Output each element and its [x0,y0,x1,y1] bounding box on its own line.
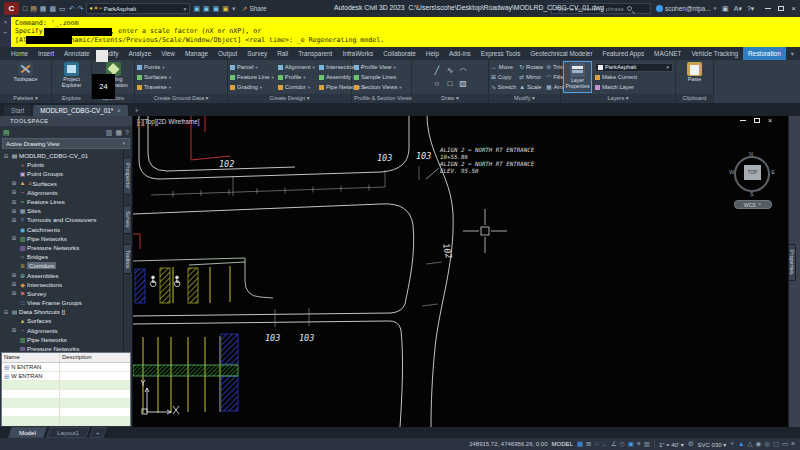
panel-label[interactable]: Modify ▾ [489,94,560,103]
ribbon-item-parcel[interactable]: Parcel▾ [230,62,274,72]
tree-item-data-shortcuts-[interactable]: ⊟▤Data Shortcuts [] [2,307,123,316]
tree-item-modlrd-cdbg-cv-01[interactable]: ⊟▤MODLRD_CDBG-CV_01 [2,151,123,160]
tree-item-corridors[interactable]: ≋Corridors [2,261,123,270]
line-icon[interactable]: ╱ [431,64,444,77]
ribbon-item-section-views[interactable]: Section Views▾ [354,82,409,92]
tree-item-alignments[interactable]: ⊞~Alignments [2,326,123,335]
undo-icon[interactable]: ↶ [69,5,75,12]
ribbon-item-mirror[interactable]: ⇄Mirror [519,72,543,82]
snap-icon[interactable]: ⊞ [586,441,591,448]
active-drawing-icon[interactable]: ▤ [3,129,10,136]
tab-start[interactable]: Start [4,105,31,116]
graphics-icon[interactable]: ◎ [764,441,770,448]
doc-restore-button[interactable] [754,118,760,123]
wcs-menu[interactable]: WCS▼ [734,200,772,209]
tree-item-feature-lines[interactable]: ⊞≈Feature Lines [2,197,123,206]
tab-model[interactable]: Model [8,427,46,438]
prospector-tree[interactable]: ⊟▤MODLRD_CDBG-CV_01+Points▣Point Groups⊞… [0,149,123,351]
panel-label[interactable]: Draw ▾ [412,94,488,103]
layer-on-icon[interactable]: ● [89,6,92,12]
ribbon-overflow-menu[interactable]: ▾ [786,47,799,60]
osnap-icon[interactable]: ▣ [628,441,634,448]
ribbon-tab-magnet[interactable]: MAGNET [649,47,686,60]
ribbon-item-alignment[interactable]: Alignment▾ [278,62,315,72]
tree-expander[interactable]: ⊟ [2,309,10,315]
tree-expander[interactable]: ⊟ [2,153,10,159]
add-toggle-icon[interactable]: + [730,441,734,448]
tree-item-assemblies[interactable]: ⊞⊕Assemblies [2,270,123,279]
tree-expander[interactable]: ⊞ [10,208,18,214]
project-explorer-button[interactable]: Project Explorer [57,61,87,93]
app-menu-button[interactable]: C [4,2,19,15]
viewcube-west[interactable]: W [729,169,734,175]
workspace-label[interactable]: SVC 030 ▾ [698,441,727,448]
close-button[interactable]: × [791,4,796,13]
app-store-icon[interactable]: ▣ [722,5,729,12]
save-icon[interactable]: ▦ [40,5,47,12]
ortho-icon[interactable]: ∟ [602,441,608,448]
layer-lock-icon[interactable]: ▪ [100,6,102,12]
tree-expander[interactable]: ⊞ [10,189,18,195]
ribbon-item-surfaces[interactable]: Surfaces▾ [137,72,225,82]
ribbon-item-match-layer[interactable]: Match Layer [595,82,673,92]
list-row[interactable]: ▤W ENTRAN [2,372,130,381]
units-icon[interactable]: ◉ [756,441,762,448]
layer-properties-button[interactable]: Layer Properties [563,61,592,93]
qat-layer-combo[interactable]: ●☀▪ ParkAsphalt ▼ [86,3,190,14]
ribbon-tab-restoration[interactable]: Restoration [743,47,786,60]
viewcube[interactable]: N W E S TOP [730,152,774,196]
ribbon-tab-infraworks[interactable]: InfraWorks [337,47,378,60]
save-as-icon[interactable]: ▩ [49,5,56,12]
panel-label[interactable]: Create Design ▾ [228,94,351,103]
tree-expander[interactable]: ⊞ [10,235,18,241]
clean-screen-icon[interactable]: ▭ [782,441,788,448]
tree-item-sites[interactable]: ⊞▦Sites [2,206,123,215]
command-close-icon[interactable]: × [4,19,8,25]
tree-item-catchments[interactable]: ◉Catchments [2,225,123,234]
ribbon-item-profile[interactable]: Profile▾ [278,72,315,82]
customization-icon[interactable]: ≡ [791,441,795,448]
ribbon-tab-featured-apps[interactable]: Featured Apps [598,47,650,60]
grid-icon[interactable]: ▦ [577,441,583,448]
ribbon-tab-help[interactable]: Help [421,47,444,60]
ribbon-tab-survey[interactable]: Survey [242,47,272,60]
new-layout-button[interactable]: + [89,427,106,438]
annotation-scale-button[interactable]: 1" = 40' ▾ [659,441,684,448]
tree-item-view-frame-groups[interactable]: □View Frame Groups [2,298,123,307]
help-icon[interactable]: ?▾ [747,5,754,12]
viewcube-north[interactable]: N [749,151,753,157]
isodraft-icon[interactable]: ◇ [620,441,625,448]
tab-layout1[interactable]: Layout1 [46,427,90,438]
tree-item-bridges[interactable]: ∩Bridges [2,252,123,261]
layer-iso-icon[interactable]: ▣ [213,5,220,12]
ribbon-tab-rail[interactable]: Rail [272,47,293,60]
tree-item-surfaces[interactable]: ▲Surfaces [2,316,123,325]
toolspace-view-selector[interactable]: Active Drawing View▼ [2,138,130,149]
tree-item-intersections[interactable]: ⊞◆Intersections [2,280,123,289]
account-menu[interactable]: scohen@ntpa... ▼ [656,5,717,12]
panel-label[interactable]: Create Ground Data ▾ [135,94,227,103]
layer-match-icon[interactable]: ▣ [193,5,200,12]
tree-item-pressure-networks[interactable]: ▥Pressure Networks [2,243,123,252]
ribbon-item-profile-view[interactable]: Profile View▾ [354,62,409,72]
tree-expander[interactable]: ⊞ [10,290,18,296]
column-description[interactable]: Description [60,353,130,362]
drawing-canvas[interactable]: 102 103 103 102 103 103 ALIGN 2 = NORTH … [133,116,788,427]
panel-label[interactable]: Palettes ▾ [0,94,51,103]
ribbon-item-copy[interactable]: ⊞Copy [491,72,516,82]
open-file-icon[interactable]: ▤ [30,5,37,12]
command-wrench-icon[interactable]: ⌐ [4,29,8,35]
minimize-button[interactable] [765,8,771,9]
doc-close-button[interactable]: × [768,118,772,123]
tree-item-pressure-networks[interactable]: ▥Pressure Networks [2,344,123,351]
polyline-icon[interactable]: ∿ [444,64,457,77]
annotation-visibility-icon[interactable]: ▲ [738,441,744,448]
ribbon-item-rotate[interactable]: ↻Rotate [519,62,543,72]
ribbon-tab-home[interactable]: Home [6,47,33,60]
ribbon-tab-manage[interactable]: Manage [180,47,213,60]
tree-item-point-groups[interactable]: ▣Point Groups [2,169,123,178]
column-name[interactable]: Name [2,353,60,362]
viewcube-south[interactable]: S [750,191,754,197]
ribbon-tab-collaborate[interactable]: Collaborate [378,47,421,60]
ribbon-tab-express-tools[interactable]: Express Tools [476,47,526,60]
